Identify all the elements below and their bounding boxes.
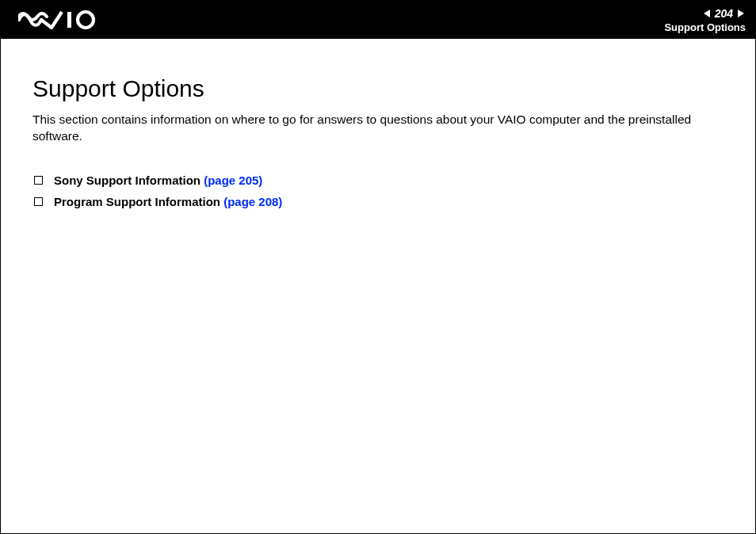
page-title: Support Options: [32, 75, 724, 102]
svg-rect-0: [67, 12, 71, 28]
header-bar: 204 Support Options: [1, 1, 755, 39]
header-right: 204 Support Options: [664, 6, 746, 35]
next-page-icon[interactable]: [736, 9, 746, 18]
header-section-label: Support Options: [664, 21, 746, 34]
item-text: Program Support Information: [54, 195, 220, 208]
page-link[interactable]: (page 205): [204, 174, 262, 187]
svg-point-1: [78, 12, 94, 28]
content-area: Support Options This section contains in…: [1, 39, 755, 208]
list-item: Sony Support Information (page 205): [34, 174, 724, 187]
item-text: Sony Support Information: [54, 174, 200, 187]
vaio-logo: [18, 10, 105, 29]
page-number: 204: [715, 7, 733, 21]
list-item: Program Support Information (page 208): [34, 195, 724, 208]
page-link[interactable]: (page 208): [223, 195, 282, 208]
intro-text: This section contains information on whe…: [32, 112, 724, 145]
square-bullet-icon: [34, 176, 43, 185]
vaio-logo-svg: [18, 10, 105, 29]
square-bullet-icon: [34, 197, 43, 206]
prev-page-icon[interactable]: [702, 9, 712, 18]
link-list: Sony Support Information (page 205) Prog…: [32, 174, 724, 208]
page-nav: 204: [702, 7, 746, 21]
